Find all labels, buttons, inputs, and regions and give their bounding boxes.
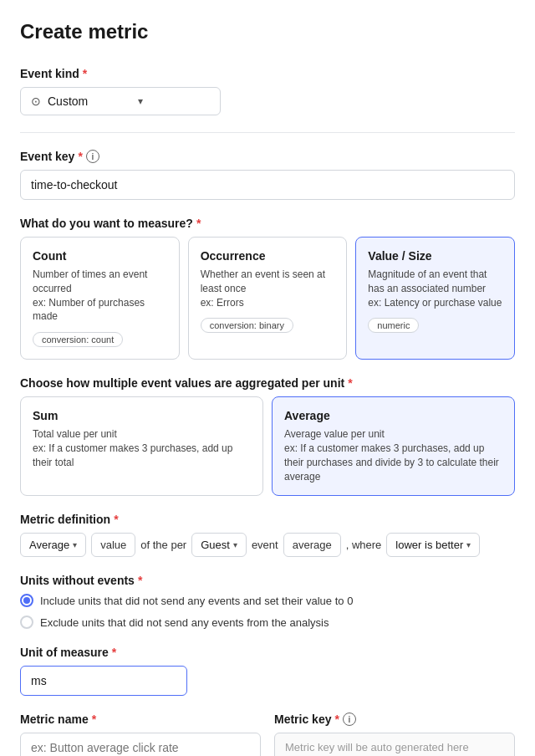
agg-select[interactable]: Average ▾ (20, 533, 86, 557)
measure-card-value-size[interactable]: Value / Size Magnitude of an event that … (355, 237, 515, 360)
aggregation-label: Choose how multiple event values are agg… (20, 376, 515, 390)
required-star-6: * (138, 574, 142, 587)
measure-value-title: Value / Size (368, 249, 502, 263)
measure-count-desc: Number of times an event occurred ex: Nu… (33, 268, 167, 324)
required-star-7: * (112, 646, 116, 659)
metric-definition-field: Metric definition * Average ▾ value of t… (20, 513, 515, 557)
event-kind-field: Event kind * ⊙ Custom ▾ (20, 67, 515, 115)
metric-key-field: Metric key * i Metric key will be auto g… (274, 713, 515, 756)
agg-sum-desc: Total value per unit ex: If a customer m… (33, 427, 251, 469)
metric-key-info-icon[interactable]: i (343, 713, 356, 726)
measure-occurrence-title: Occurrence (201, 249, 335, 263)
chevron-down-icon-agg: ▾ (73, 540, 77, 549)
measure-field: What do you want to measure? * Count Num… (20, 217, 515, 360)
chevron-down-icon: ▾ (138, 95, 143, 107)
of-the-per-text: of the per (140, 539, 186, 551)
units-without-events-label: Units without events * (20, 574, 515, 587)
event-kind-label: Event kind * (20, 67, 515, 80)
event-kind-dropdown[interactable]: ⊙ Custom ▾ (20, 87, 221, 115)
metric-key-placeholder: Metric key will be auto generated here (274, 733, 515, 756)
event-value-badge: average (283, 533, 341, 557)
measure-label: What do you want to measure? * (20, 217, 515, 230)
exclude-units-option[interactable]: Exclude units that did not send any even… (20, 616, 515, 629)
measure-occurrence-desc: Whether an event is seen at least once e… (201, 268, 335, 309)
measure-count-tag: conversion: count (33, 332, 123, 347)
chevron-down-icon-direction: ▾ (466, 540, 471, 549)
units-radio-group: Include units that did not send any even… (20, 594, 515, 629)
required-star-2: * (78, 150, 82, 163)
page-title: Create metric (20, 20, 515, 43)
unit-of-measure-field: Unit of measure * (20, 646, 515, 696)
unit-of-measure-input[interactable] (20, 666, 187, 696)
agg-average-title: Average (284, 409, 502, 422)
metric-name-input[interactable] (20, 733, 261, 756)
chevron-down-icon-unit: ▾ (233, 540, 237, 549)
measure-occurrence-tag: conversion: binary (201, 318, 293, 333)
include-units-option[interactable]: Include units that did not send any even… (20, 594, 515, 607)
agg-sum-title: Sum (33, 409, 251, 422)
agg-average-desc: Average value per unit ex: If a customer… (284, 427, 502, 483)
measure-card-occurrence[interactable]: Occurrence Whether an event is seen at l… (188, 237, 348, 360)
aggregation-field: Choose how multiple event values are agg… (20, 376, 515, 496)
event-key-info-icon[interactable]: i (86, 150, 99, 163)
include-radio[interactable] (20, 594, 33, 607)
aggregation-cards: Sum Total value per unit ex: If a custom… (20, 396, 515, 496)
metric-name-field: Metric name * (20, 713, 261, 756)
custom-icon: ⊙ (31, 94, 41, 108)
exclude-radio[interactable] (20, 616, 33, 629)
metric-definition-row: Average ▾ value of the per Guest ▾ event… (20, 533, 515, 557)
required-star-8: * (92, 713, 96, 726)
event-key-input[interactable] (20, 170, 515, 200)
metric-key-label: Metric key * i (274, 713, 515, 726)
unit-of-measure-label: Unit of measure * (20, 646, 515, 659)
measure-value-desc: Magnitude of an event that has an associ… (368, 268, 502, 309)
bottom-fields: Metric name * Metric key * i Metric key … (20, 713, 515, 756)
measure-cards: Count Number of times an event occurred … (20, 237, 515, 360)
direction-select[interactable]: lower is better ▾ (386, 533, 480, 557)
required-star: * (83, 67, 87, 80)
measure-value-tag: numeric (368, 318, 419, 333)
event-key-field: Event key * i (20, 150, 515, 200)
unit-select[interactable]: Guest ▾ (191, 533, 247, 557)
measure-count-title: Count (33, 249, 167, 263)
required-star-3: * (196, 217, 201, 230)
required-star-4: * (348, 376, 352, 390)
required-star-9: * (334, 713, 339, 726)
metric-definition-label: Metric definition * (20, 513, 515, 526)
units-without-events-field: Units without events * Include units tha… (20, 574, 515, 629)
agg-card-sum[interactable]: Sum Total value per unit ex: If a custom… (20, 396, 263, 496)
required-star-5: * (114, 513, 118, 526)
measure-card-count[interactable]: Count Number of times an event occurred … (20, 237, 180, 360)
event-text: event (252, 539, 278, 551)
agg-card-average[interactable]: Average Average value per unit ex: If a … (272, 396, 515, 496)
where-text: , where (346, 539, 382, 551)
value-badge: value (91, 533, 135, 557)
metric-name-label: Metric name * (20, 713, 261, 726)
event-key-label: Event key * i (20, 150, 515, 163)
